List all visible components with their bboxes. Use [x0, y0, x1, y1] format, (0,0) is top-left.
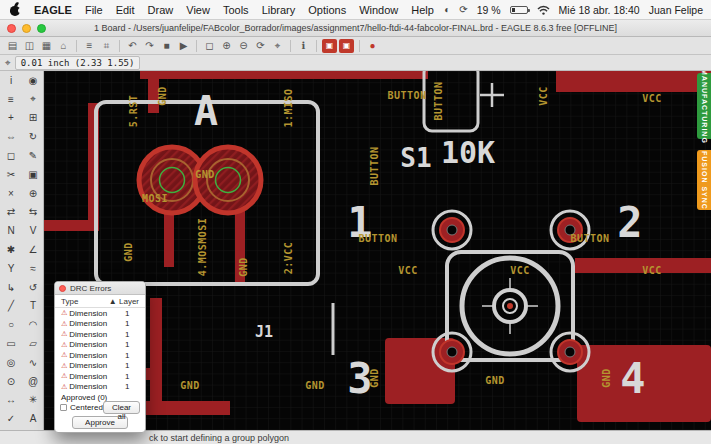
tool-wire[interactable]: ╱: [0, 297, 22, 316]
drc-col-layer[interactable]: ▲ Layer: [109, 297, 139, 306]
menu-user[interactable]: Juan Felipe: [649, 4, 703, 16]
tool-add[interactable]: ⊕: [22, 184, 44, 203]
tool-smash[interactable]: ✱: [0, 240, 22, 259]
drc-error-row[interactable]: ⚠Dimension1: [55, 350, 145, 361]
clear-all-button[interactable]: Clear all: [103, 401, 140, 414]
tool-value[interactable]: V: [22, 221, 44, 240]
menu-library[interactable]: Library: [262, 4, 296, 16]
info-button[interactable]: ℹ: [296, 39, 311, 53]
redo-button[interactable]: ↷: [142, 39, 157, 53]
tool-group[interactable]: ◻: [0, 146, 22, 165]
drc-error-row[interactable]: ⚠Dimension1: [55, 371, 145, 382]
drc-error-row[interactable]: ⚠Dimension1: [55, 308, 145, 319]
tool-optimize[interactable]: ≈: [22, 259, 44, 278]
cam-processor-button[interactable]: ⌂: [56, 39, 71, 53]
zoom-select-button[interactable]: ⌖: [270, 39, 285, 53]
go-button[interactable]: ▶: [176, 39, 191, 53]
tool-errors[interactable]: ✓: [0, 409, 22, 428]
menu-clock[interactable]: Mié 18 abr. 18:40: [559, 4, 640, 16]
menu-window[interactable]: Window: [359, 4, 398, 16]
close-button[interactable]: [7, 24, 16, 33]
tool-arc[interactable]: ◠: [22, 315, 44, 334]
menu-help[interactable]: Help: [411, 4, 434, 16]
checkbox-icon[interactable]: [60, 404, 67, 411]
menu-draw[interactable]: Draw: [148, 4, 174, 16]
tool-circle[interactable]: ○: [0, 315, 22, 334]
save-button[interactable]: ◫: [22, 39, 37, 53]
drc-dialog-titlebar[interactable]: DRC Errors: [55, 282, 145, 295]
zoom-redraw-button[interactable]: ⟳: [253, 39, 268, 53]
menu-options[interactable]: Options: [308, 4, 346, 16]
tool-info[interactable]: i: [0, 71, 22, 90]
tool-attribute[interactable]: @: [22, 372, 44, 391]
tool-route[interactable]: ↳: [0, 278, 22, 297]
tool-ripup[interactable]: ↺: [22, 278, 44, 297]
drc-close-button[interactable]: [59, 285, 66, 292]
drc-error-row[interactable]: ⚠Dimension1: [55, 361, 145, 372]
print-button[interactable]: ▦: [39, 39, 54, 53]
tool-delete[interactable]: ×: [0, 184, 22, 203]
tool-move[interactable]: +: [0, 109, 22, 128]
tool-via[interactable]: ◎: [0, 353, 22, 372]
undo-button[interactable]: ↶: [125, 39, 140, 53]
drc-error-row[interactable]: ⚠Dimension1: [55, 329, 145, 340]
tool-ratsnest[interactable]: ✳: [22, 391, 44, 410]
menu-view[interactable]: View: [186, 4, 210, 16]
time-machine-icon[interactable]: ⟳: [459, 4, 467, 15]
tool-cut[interactable]: ✂: [0, 165, 22, 184]
tool-hole[interactable]: ⊙: [0, 372, 22, 391]
tool-text[interactable]: T: [22, 297, 44, 316]
tool-change[interactable]: ✎: [22, 146, 44, 165]
errors-button[interactable]: ▣: [339, 39, 354, 53]
tool-mirror[interactable]: ⇔: [0, 127, 22, 146]
drc-error-row[interactable]: ⚠Dimension1: [55, 382, 145, 393]
tool-paste[interactable]: ▣: [22, 165, 44, 184]
tool-show[interactable]: ◉: [22, 71, 44, 90]
zoom-in-button[interactable]: ⊕: [219, 39, 234, 53]
drc-button[interactable]: ▣: [322, 39, 337, 53]
mark-icon[interactable]: ⌖: [5, 57, 11, 69]
tool-split[interactable]: Y: [0, 259, 22, 278]
grid-button[interactable]: ⌗: [99, 39, 114, 53]
window-title-bar[interactable]: 1 Board - /Users/juanfelipe/FABcolor_Bor…: [0, 20, 711, 37]
display-status-icon[interactable]: ◐: [444, 4, 450, 15]
centered-checkbox[interactable]: Centered: [60, 403, 103, 412]
tool-replace[interactable]: ⇆: [22, 203, 44, 222]
fusion-sync-tab[interactable]: FUSION SYNC: [697, 150, 711, 210]
zoom-button[interactable]: [37, 24, 46, 33]
menu-file[interactable]: File: [85, 4, 103, 16]
manufacturing-tab[interactable]: MANUFACTURING: [697, 73, 711, 139]
stop-button[interactable]: ■: [159, 39, 174, 53]
drc-col-type[interactable]: Type: [61, 297, 78, 306]
open-button[interactable]: ▤: [5, 39, 20, 53]
drc-error-list[interactable]: ⚠Dimension1 ⚠Dimension1 ⚠Dimension1 ⚠Dim…: [55, 308, 145, 400]
tool-autoroute[interactable]: A: [22, 409, 44, 428]
battery-icon[interactable]: [510, 6, 528, 14]
zoom-out-button[interactable]: ⊖: [236, 39, 251, 53]
zoom-fit-button[interactable]: ◻: [202, 39, 217, 53]
tool-dimension[interactable]: ↔: [0, 391, 22, 410]
minimize-button[interactable]: [22, 24, 31, 33]
tool-rect[interactable]: ▭: [0, 334, 22, 353]
apple-menu-icon[interactable]: [10, 3, 21, 16]
tool-name[interactable]: N: [0, 221, 22, 240]
drc-error-row[interactable]: ⚠Dimension1: [55, 319, 145, 330]
tool-rotate[interactable]: ↻: [22, 127, 44, 146]
record-button[interactable]: ●: [365, 39, 380, 53]
drc-error-row[interactable]: ⚠Dimension1: [55, 340, 145, 351]
menu-edit[interactable]: Edit: [116, 4, 135, 16]
wifi-icon[interactable]: [537, 5, 550, 15]
tool-miter[interactable]: ∠: [22, 240, 44, 259]
drc-errors-dialog[interactable]: DRC Errors Type ▲ Layer ⚠Dimension1 ⚠Dim…: [54, 281, 146, 433]
tool-copy[interactable]: ⊞: [22, 109, 44, 128]
drc-table-header[interactable]: Type ▲ Layer: [55, 295, 145, 308]
tool-pinswap[interactable]: ⇄: [0, 203, 22, 222]
tool-signal[interactable]: ∿: [22, 353, 44, 372]
menu-app[interactable]: EAGLE: [34, 4, 72, 16]
net-label: VCC: [510, 265, 530, 276]
layer-settings-button[interactable]: ≡: [82, 39, 97, 53]
tool-polygon[interactable]: ▱: [22, 334, 44, 353]
tool-mark[interactable]: ⌖: [22, 90, 44, 109]
menu-tools[interactable]: Tools: [223, 4, 249, 16]
tool-display[interactable]: ≡: [0, 90, 22, 109]
